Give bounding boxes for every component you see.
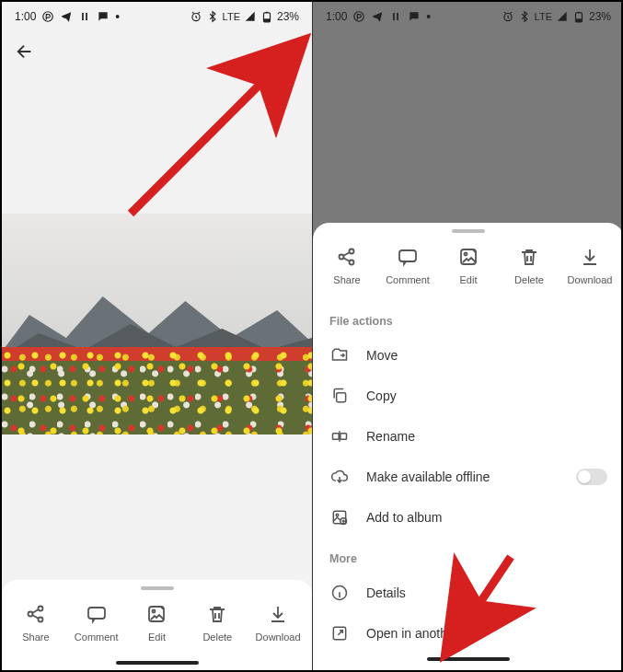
share-button[interactable]: Share	[8, 602, 63, 643]
copy-item[interactable]: Copy	[313, 376, 623, 416]
share-icon	[24, 602, 48, 626]
cloud-download-icon	[329, 467, 350, 487]
edit-label: Edit	[148, 631, 166, 643]
delete-button[interactable]: Delete	[190, 602, 245, 643]
rename-label: Rename	[366, 429, 607, 444]
external-link-icon	[329, 623, 350, 643]
svg-rect-32	[340, 434, 347, 440]
delete-icon	[517, 245, 541, 269]
delete-label: Delete	[514, 274, 544, 285]
svg-point-17	[354, 12, 364, 22]
move-item[interactable]: Move	[313, 335, 623, 376]
screen-action-sheet: 1:00 • LTE 23% Share Comment	[313, 2, 623, 670]
action-bottom-sheet: Share Comment Edit Delete Download File …	[313, 223, 623, 670]
nav-bar	[2, 657, 312, 670]
share-label: Share	[22, 631, 49, 643]
more-header: More	[313, 538, 623, 573]
move-label: Move	[366, 348, 607, 363]
file-actions-header: File actions	[313, 300, 623, 335]
offline-item[interactable]: Make available offline	[313, 457, 623, 497]
svg-rect-23	[578, 12, 580, 13]
svg-rect-31	[333, 434, 340, 440]
share-icon	[335, 245, 359, 269]
add-album-item[interactable]: Add to album	[313, 497, 623, 538]
svg-line-16	[131, 68, 276, 214]
top-appbar	[2, 31, 312, 75]
download-button[interactable]: Download	[250, 602, 306, 643]
svg-rect-1	[82, 13, 84, 20]
add-album-label: Add to album	[366, 510, 607, 525]
comment-button[interactable]: Comment	[69, 602, 124, 643]
svg-rect-18	[393, 13, 395, 20]
battery-icon	[572, 10, 585, 23]
download-icon	[266, 602, 290, 626]
svg-rect-2	[87, 13, 88, 20]
edit-icon	[144, 602, 168, 626]
share-button[interactable]: Share	[319, 245, 375, 285]
drag-handle[interactable]	[141, 586, 174, 590]
photo-preview[interactable]	[2, 214, 312, 434]
signal-icon	[244, 10, 257, 23]
share-label: Share	[333, 274, 360, 285]
bottom-action-bar: Share Comment Edit Delete Download	[2, 580, 312, 670]
svg-point-15	[153, 610, 156, 613]
comment-icon	[396, 245, 420, 269]
annotation-arrow-overflow	[112, 57, 296, 223]
copy-label: Copy	[366, 388, 607, 403]
network-type: LTE	[535, 11, 552, 22]
offline-toggle[interactable]	[576, 469, 607, 485]
status-time: 1:00	[326, 10, 347, 23]
overflow-menu-button[interactable]	[279, 41, 299, 65]
details-label: Details	[366, 585, 607, 600]
signal-icon	[556, 10, 569, 23]
edit-icon	[456, 245, 480, 269]
delete-icon	[205, 602, 229, 626]
comment-label: Comment	[75, 631, 119, 643]
svg-point-8	[287, 50, 290, 52]
svg-rect-5	[263, 18, 270, 22]
status-bar: 1:00 • LTE 23%	[313, 2, 623, 31]
screen-photo-viewer: 1:00 • LTE 23%	[2, 2, 313, 670]
battery-percent: 23%	[589, 10, 611, 23]
more-notifications-dot: •	[115, 10, 120, 23]
edit-label: Edit	[460, 274, 478, 285]
move-icon	[329, 345, 350, 365]
edit-button[interactable]: Edit	[441, 245, 496, 285]
details-item[interactable]: Details	[313, 573, 623, 613]
rename-icon	[329, 426, 350, 446]
battery-percent: 23%	[277, 10, 299, 23]
delete-button[interactable]: Delete	[502, 245, 557, 285]
pause-icon	[78, 10, 91, 23]
notification-icon	[352, 10, 365, 23]
notification-icon	[41, 10, 54, 23]
download-label: Download	[568, 274, 613, 285]
offline-label: Make available offline	[366, 469, 560, 484]
telegram-icon	[60, 10, 73, 23]
svg-rect-27	[399, 250, 416, 261]
bluetooth-icon	[206, 10, 219, 23]
download-icon	[578, 245, 602, 269]
open-external-item[interactable]: Open in another app	[313, 613, 623, 654]
open-external-label: Open in another app	[366, 626, 607, 641]
svg-rect-19	[398, 13, 399, 20]
message-icon	[408, 10, 421, 23]
svg-point-29	[465, 253, 467, 256]
telegram-icon	[371, 10, 384, 23]
svg-rect-6	[266, 12, 268, 13]
download-button[interactable]: Download	[562, 245, 617, 285]
svg-rect-22	[575, 18, 582, 22]
download-label: Download	[256, 631, 301, 643]
svg-point-7	[287, 44, 290, 47]
network-type: LTE	[223, 11, 240, 22]
back-button[interactable]	[15, 41, 35, 65]
message-icon	[97, 10, 110, 23]
delete-label: Delete	[202, 631, 232, 643]
alarm-icon	[190, 10, 202, 23]
nav-bar	[313, 654, 623, 666]
copy-icon	[329, 386, 350, 406]
drag-handle[interactable]	[452, 229, 485, 233]
edit-button[interactable]: Edit	[129, 602, 184, 643]
comment-button[interactable]: Comment	[380, 245, 435, 285]
status-time: 1:00	[15, 10, 36, 23]
rename-item[interactable]: Rename	[313, 416, 623, 457]
